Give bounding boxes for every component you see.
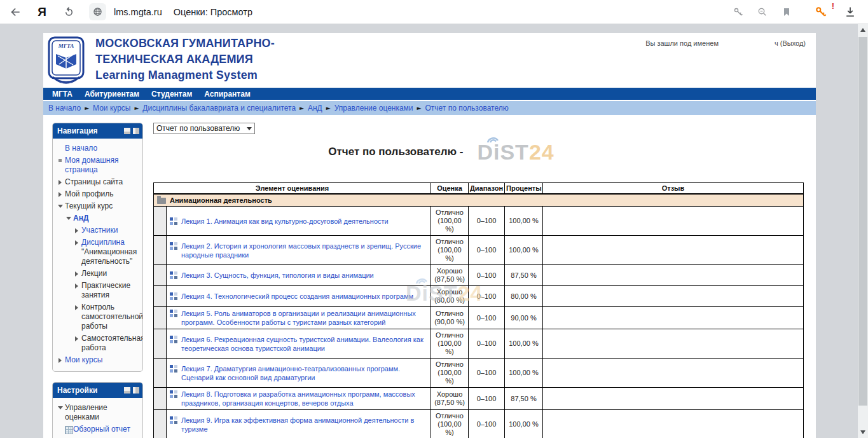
grade-item-link[interactable]: Лекция 2. История и хронология массовых … xyxy=(181,242,427,259)
breadcrumb-separator-icon: ► xyxy=(134,105,139,111)
item-cell: Лекция 3. Сущность, функция, типология и… xyxy=(167,265,431,286)
zoom-page-button[interactable] xyxy=(754,3,771,21)
breadcrumb-link[interactable]: Отчет по пользователю xyxy=(425,104,509,113)
settings-tree: Управление оценкамиОбзорный отчетОтчет п… xyxy=(53,398,142,438)
table-row: Лекция 6. Рекреационная сущность туристс… xyxy=(154,329,804,359)
sidebar-item[interactable]: Участники xyxy=(55,224,141,236)
download-button[interactable] xyxy=(841,3,859,21)
breadcrumb-link[interactable]: АнД xyxy=(308,104,322,113)
scrollbar-thumb[interactable] xyxy=(858,37,867,406)
table-row: Лекция 2. История и хронология массовых … xyxy=(154,236,804,265)
back-button[interactable] xyxy=(6,3,24,21)
grade-percent: (90,00 %) xyxy=(434,318,465,326)
collapsed-triangle-icon[interactable] xyxy=(73,238,81,247)
scroll-up-button[interactable] xyxy=(858,24,868,36)
navbar-link[interactable]: Аспирантам xyxy=(204,90,251,99)
sidebar-item[interactable]: Мои курсы xyxy=(55,354,141,366)
item-cell: Лекция 4. Технологический процесс создан… xyxy=(167,286,431,307)
collapsed-triangle-icon[interactable] xyxy=(57,190,65,198)
breadcrumb-link[interactable]: Дисциплины бакалавриата и специалитета xyxy=(142,104,296,113)
grade-item-link[interactable]: Лекция 3. Сущность, функция, типология и… xyxy=(181,271,374,280)
collapsed-triangle-icon[interactable] xyxy=(73,334,81,343)
settings-block-header: Настройки xyxy=(53,383,142,398)
grade-item-link[interactable]: Лекция 6. Рекреационная сущность туристс… xyxy=(181,335,427,353)
password-manager-button[interactable] xyxy=(729,3,747,21)
breadcrumb-link[interactable]: В начало xyxy=(48,104,81,113)
navbar-link[interactable]: МГТА xyxy=(52,90,72,99)
grade-item-link[interactable]: Лекция 1. Анимация как вид культурно-дос… xyxy=(181,217,389,226)
sidebar-item[interactable]: Отчет по пользователю xyxy=(55,435,141,438)
sidebar-item[interactable]: Дисциплина "Анимационная деятельность" xyxy=(55,236,141,268)
bookmark-button[interactable] xyxy=(778,3,796,21)
sidebar-item[interactable]: АнД xyxy=(55,212,141,224)
site-title-line1: МОСКОВСКАЯ ГУМАНИТАРНО- xyxy=(95,36,275,51)
percent-cell: 87,50 % xyxy=(505,388,543,410)
address-bar-url[interactable]: lms.mgta.ru xyxy=(114,7,162,17)
navigation-block-header: Навигация xyxy=(53,123,142,139)
navigation-tree: В началоМоя домашняя страницаСтраницы са… xyxy=(53,139,142,371)
address-bar-page-title: Оценки: Просмотр xyxy=(174,7,252,17)
lesson-icon xyxy=(170,310,177,317)
site-title-line2: ТЕХНИЧЕСКАЯ АКАДЕМИЯ xyxy=(95,51,275,67)
sidebar-item[interactable]: В начало xyxy=(55,142,141,154)
sidebar-item[interactable]: Обзорный отчет xyxy=(55,423,141,435)
block-hide-icon[interactable] xyxy=(124,387,130,394)
table-row: Лекция 9. Игра как эффективная форма ани… xyxy=(154,410,804,438)
grade-item-link[interactable]: Лекция 5. Роль аниматоров в организации … xyxy=(181,309,427,327)
expanded-triangle-icon[interactable] xyxy=(57,202,65,210)
grade-item-link[interactable]: Лекция 8. Подготовка и разработка анимац… xyxy=(181,390,427,407)
vertical-scrollbar[interactable] xyxy=(858,24,868,438)
settings-block: Настройки Управление оценкамиОбзорный от… xyxy=(52,382,143,438)
logout-link[interactable]: (Выход) xyxy=(780,39,806,47)
sidebar-item-label[interactable]: Обзорный отчет xyxy=(73,425,130,434)
block-hide-icon[interactable] xyxy=(124,128,130,134)
breadcrumb-link[interactable]: Мои курсы xyxy=(93,104,130,113)
breadcrumb-link[interactable]: Управление оценками xyxy=(334,104,413,113)
collapsed-triangle-icon[interactable] xyxy=(73,303,81,311)
grade-item-link[interactable]: Лекция 4. Технологический процесс создан… xyxy=(181,292,413,301)
sidebar: Навигация В началоМоя домашняя страницаС… xyxy=(52,123,143,438)
magnifier-icon xyxy=(757,6,768,18)
collapsed-triangle-icon[interactable] xyxy=(73,226,81,235)
scroll-down-button[interactable] xyxy=(858,427,868,438)
key-icon xyxy=(733,6,744,18)
grade-value: Отлично xyxy=(434,209,465,217)
range-cell: 0–100 xyxy=(469,265,505,286)
grade-item-link[interactable]: Лекция 7. Драматургия анимационно-театра… xyxy=(181,364,427,382)
expanded-triangle-icon[interactable] xyxy=(65,214,73,222)
sidebar-item: Самостоятельная работа xyxy=(55,332,141,354)
sidebar-item: Мой профиль xyxy=(55,188,141,200)
sidebar-item-label: Текущий курс xyxy=(65,202,113,210)
grade-item-link[interactable]: Лекция 9. Игра как эффективная форма ани… xyxy=(181,416,427,434)
sidebar-item-label[interactable]: АнД xyxy=(73,214,88,222)
sidebar-item-label[interactable]: В начало xyxy=(65,144,97,153)
collapsed-triangle-icon[interactable] xyxy=(57,178,65,186)
yandex-browser-logo[interactable]: Я xyxy=(33,3,51,21)
column-header: Элемент оценивания xyxy=(154,183,431,195)
lesson-icon xyxy=(170,365,177,373)
navbar-link[interactable]: Студентам xyxy=(151,90,192,99)
range-cell: 0–100 xyxy=(469,307,505,329)
sidebar-item-label[interactable]: Мои курсы xyxy=(65,355,102,364)
collapsed-triangle-icon[interactable] xyxy=(57,356,65,364)
site-identity-button[interactable] xyxy=(89,3,106,20)
block-dock-icon[interactable] xyxy=(133,128,139,134)
expanded-triangle-icon[interactable] xyxy=(57,404,65,412)
grade-percent: (100,00 %) xyxy=(434,246,465,263)
sidebar-item-label[interactable]: Моя домашняя страница xyxy=(65,156,119,174)
academy-crest-icon: МГТА xyxy=(48,36,85,86)
sidebar-item-label: Самостоятельная работа xyxy=(81,334,143,352)
collapsed-triangle-icon[interactable] xyxy=(73,282,81,290)
refresh-button[interactable] xyxy=(60,3,78,21)
grade-cell: Отлично(100,00 %) xyxy=(431,359,469,388)
report-type-select[interactable]: Отчет по пользователю xyxy=(153,123,255,134)
block-dock-icon[interactable] xyxy=(133,387,139,394)
sidebar-item-label[interactable]: Дисциплина xyxy=(81,238,125,247)
grades-header-row: Элемент оцениванияОценкаДиапазонПроценты… xyxy=(154,183,804,195)
collapsed-triangle-icon[interactable] xyxy=(73,270,81,278)
sidebar-item-label[interactable]: Участники xyxy=(81,226,118,235)
protect-alert-button[interactable]: ! xyxy=(812,3,830,21)
sidebar-item[interactable]: Моя домашняя страница xyxy=(55,154,141,176)
navbar-link[interactable]: Абитуриентам xyxy=(85,90,139,99)
lesson-icon xyxy=(170,416,177,424)
